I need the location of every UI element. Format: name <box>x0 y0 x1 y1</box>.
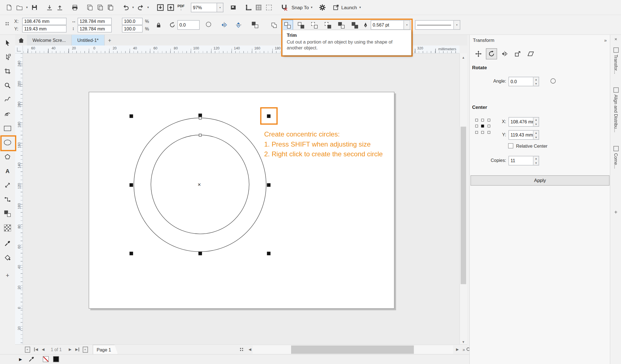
copy-icon[interactable] <box>95 2 105 13</box>
text-tool[interactable]: A <box>2 165 14 177</box>
object-width-field[interactable]: 128.784 mm <box>78 18 112 25</box>
relative-center-option[interactable]: Relative Center <box>508 143 548 148</box>
add-tool-button[interactable]: + <box>2 269 14 281</box>
import-icon[interactable] <box>155 2 166 13</box>
scroll-up-arrow[interactable]: ▲ <box>460 56 467 59</box>
selection-handle-bottom-middle[interactable] <box>198 252 202 255</box>
concentric-circles[interactable] <box>23 53 459 344</box>
freehand-tool[interactable] <box>2 94 14 106</box>
first-page-button[interactable]: ◀ <box>32 346 40 353</box>
transparency-tool[interactable] <box>2 222 14 234</box>
document-tab[interactable]: Untitled-1* <box>72 35 104 46</box>
selection-handle-bottom-right[interactable] <box>267 252 271 255</box>
show-guidelines-icon[interactable] <box>264 2 274 13</box>
show-grid-icon[interactable] <box>253 2 264 13</box>
add-docker-button[interactable]: + <box>610 209 621 215</box>
transform-scale-mirror-tab[interactable] <box>499 48 510 59</box>
add-page-before-button[interactable]: + <box>24 346 31 353</box>
redo-dropdown-caret[interactable]: ▾ <box>146 2 151 13</box>
horizontal-scrollbar[interactable]: ◀ ▶ » <box>246 345 467 355</box>
previous-page-button[interactable]: ◀ <box>40 346 47 353</box>
new-tab-button[interactable]: + <box>104 35 115 46</box>
docker-side-tab[interactable]: Align and Distribu... <box>610 87 621 132</box>
home-icon[interactable] <box>15 35 27 46</box>
object-origin-icon[interactable] <box>5 21 9 26</box>
zoom-tool[interactable] <box>2 80 14 92</box>
polygon-tool[interactable] <box>2 151 14 163</box>
relative-center-checkbox[interactable] <box>508 143 513 148</box>
open-document-icon[interactable] <box>14 2 25 13</box>
ellipse-state-icon[interactable] <box>206 22 211 27</box>
drawing-canvas[interactable]: × Create concentric circles:1. Press SHI… <box>23 53 459 344</box>
center-x-input[interactable]: 108.476 mm ▲▼ <box>508 117 539 127</box>
undo-icon[interactable] <box>120 2 131 13</box>
zoom-level-combo[interactable]: 97% ▾ <box>191 3 223 12</box>
outline-style-combo[interactable]: ▾ <box>415 20 460 30</box>
angle-input[interactable]: 0.0 ▲▼ <box>508 77 539 86</box>
selection-handle-middle-right[interactable] <box>267 183 271 187</box>
status-eyedropper-icon[interactable] <box>28 356 34 362</box>
scale-y-field[interactable]: 100.0 <box>122 25 143 33</box>
horizontal-scroll-thumb[interactable] <box>291 346 414 354</box>
paste-icon[interactable] <box>85 2 95 13</box>
fullscreen-preview-icon[interactable] <box>228 2 239 13</box>
open-dropdown-caret[interactable]: ▾ <box>25 2 29 13</box>
shape-tool[interactable] <box>2 51 14 63</box>
object-center-mark[interactable]: × <box>198 181 201 188</box>
dimension-tool[interactable] <box>2 179 14 191</box>
selection-handle-middle-left[interactable] <box>130 183 133 187</box>
rotation-angle-field[interactable]: 0.0 <box>177 20 199 30</box>
import-from-cloud-icon[interactable] <box>44 2 55 13</box>
scroll-down-arrow[interactable]: ▼ <box>460 340 467 344</box>
transform-skew-tab[interactable] <box>525 48 536 59</box>
document-tab[interactable]: Welcome Scre... <box>27 35 72 46</box>
save-icon[interactable] <box>29 2 40 13</box>
shadow-tool[interactable] <box>2 208 14 220</box>
mirror-horizontal-icon[interactable] <box>219 20 229 30</box>
options-gear-icon[interactable] <box>317 2 327 13</box>
undo-dropdown-caret[interactable]: ▾ <box>131 2 135 13</box>
lock-ratio-icon[interactable] <box>154 20 163 30</box>
docker-close-icon[interactable]: × <box>610 36 621 42</box>
vertical-scroll-thumb[interactable] <box>461 127 466 284</box>
vertical-ruler[interactable]: 24022020018016014012010080604020020 <box>15 53 23 344</box>
save-to-cloud-icon[interactable] <box>55 2 65 13</box>
weld-button[interactable] <box>268 20 280 31</box>
show-rulers-icon[interactable] <box>243 2 253 13</box>
crop-tool[interactable] <box>2 65 14 77</box>
selection-handle-bottom-left[interactable] <box>130 252 133 255</box>
selection-handle-top-left[interactable] <box>130 114 133 118</box>
docker-side-tab[interactable]: Transfor... <box>610 47 621 74</box>
mirror-vertical-icon[interactable] <box>234 20 243 30</box>
color-eyedropper-tool[interactable] <box>2 238 14 250</box>
add-page-after-button[interactable]: + <box>82 346 89 353</box>
y-position-field[interactable]: 119.43 mm <box>22 25 66 33</box>
scale-x-field[interactable]: 100.0 <box>122 18 143 25</box>
order-objects-icon[interactable] <box>250 20 260 30</box>
rectangle-tool[interactable] <box>2 122 14 134</box>
outline-color-swatch[interactable] <box>53 356 59 362</box>
snap-off-icon[interactable] <box>279 2 289 13</box>
docker-side-tab[interactable]: Corne... <box>610 146 621 168</box>
export-icon[interactable] <box>166 2 176 13</box>
fill-color-swatch-none[interactable] <box>43 356 49 362</box>
last-page-button[interactable]: ▶ <box>74 346 81 353</box>
launch-dropdown[interactable]: Launch▾ <box>333 4 361 10</box>
apply-button[interactable]: Apply <box>470 175 610 186</box>
next-page-button[interactable]: ▶ <box>66 346 74 353</box>
interactive-fill-tool[interactable] <box>2 252 14 264</box>
outer-circle-node[interactable] <box>199 117 202 119</box>
rotation-direction-icon[interactable] <box>551 78 556 83</box>
print-icon[interactable] <box>70 2 80 13</box>
object-height-field[interactable]: 128.784 mm <box>78 25 112 33</box>
duplicate-icon[interactable] <box>105 2 116 13</box>
publish-to-pdf-icon[interactable]: PDF↓ <box>176 2 186 13</box>
pick-tool[interactable] <box>2 37 14 49</box>
artistic-media-tool[interactable] <box>2 108 14 120</box>
scrollbar-drag-handle[interactable] <box>239 347 244 352</box>
x-position-field[interactable]: 108.476 mm <box>22 18 66 25</box>
snap-to-dropdown[interactable]: Snap To▾ <box>291 4 312 10</box>
vertical-scrollbar[interactable]: ▲ ▼ <box>460 53 467 346</box>
status-flyout-arrow[interactable]: ▶ <box>19 357 22 361</box>
transform-position-tab[interactable] <box>473 48 484 59</box>
